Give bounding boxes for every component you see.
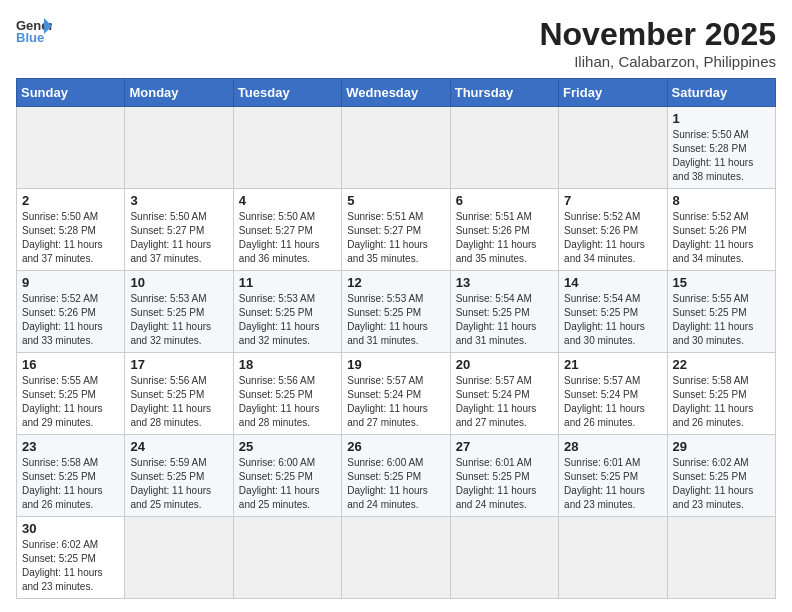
day-number: 2 [22,193,119,208]
day-info: Sunrise: 5:50 AMSunset: 5:28 PMDaylight:… [673,128,770,184]
day-number: 17 [130,357,227,372]
day-info: Sunrise: 5:52 AMSunset: 5:26 PMDaylight:… [564,210,661,266]
day-number: 19 [347,357,444,372]
day-number: 26 [347,439,444,454]
day-number: 15 [673,275,770,290]
day-info: Sunrise: 5:53 AMSunset: 5:25 PMDaylight:… [347,292,444,348]
calendar-cell: 23Sunrise: 5:58 AMSunset: 5:25 PMDayligh… [17,435,125,517]
calendar-cell [450,107,558,189]
day-info: Sunrise: 5:57 AMSunset: 5:24 PMDaylight:… [564,374,661,430]
calendar-cell: 14Sunrise: 5:54 AMSunset: 5:25 PMDayligh… [559,271,667,353]
calendar-week-row: 9Sunrise: 5:52 AMSunset: 5:26 PMDaylight… [17,271,776,353]
calendar-week-row: 23Sunrise: 5:58 AMSunset: 5:25 PMDayligh… [17,435,776,517]
day-info: Sunrise: 5:50 AMSunset: 5:27 PMDaylight:… [239,210,336,266]
calendar-week-row: 16Sunrise: 5:55 AMSunset: 5:25 PMDayligh… [17,353,776,435]
weekday-header: Sunday [17,79,125,107]
day-info: Sunrise: 5:54 AMSunset: 5:25 PMDaylight:… [564,292,661,348]
weekday-header: Monday [125,79,233,107]
day-number: 9 [22,275,119,290]
calendar-cell [233,107,341,189]
page-title: November 2025 [539,16,776,53]
calendar-cell [559,517,667,599]
calendar-cell: 20Sunrise: 5:57 AMSunset: 5:24 PMDayligh… [450,353,558,435]
day-info: Sunrise: 5:58 AMSunset: 5:25 PMDaylight:… [22,456,119,512]
day-info: Sunrise: 6:02 AMSunset: 5:25 PMDaylight:… [673,456,770,512]
calendar-cell [667,517,775,599]
day-number: 24 [130,439,227,454]
calendar-cell: 16Sunrise: 5:55 AMSunset: 5:25 PMDayligh… [17,353,125,435]
day-info: Sunrise: 6:00 AMSunset: 5:25 PMDaylight:… [239,456,336,512]
weekday-header: Tuesday [233,79,341,107]
day-number: 6 [456,193,553,208]
calendar-week-row: 30Sunrise: 6:02 AMSunset: 5:25 PMDayligh… [17,517,776,599]
calendar-cell [125,517,233,599]
day-number: 10 [130,275,227,290]
calendar-cell [559,107,667,189]
day-number: 1 [673,111,770,126]
day-number: 3 [130,193,227,208]
calendar-table: SundayMondayTuesdayWednesdayThursdayFrid… [16,78,776,599]
page-header: General Blue November 2025 Ilihan, Calab… [16,16,776,70]
calendar-cell: 1Sunrise: 5:50 AMSunset: 5:28 PMDaylight… [667,107,775,189]
day-number: 18 [239,357,336,372]
calendar-cell: 11Sunrise: 5:53 AMSunset: 5:25 PMDayligh… [233,271,341,353]
weekday-header: Saturday [667,79,775,107]
calendar-cell [342,517,450,599]
day-number: 29 [673,439,770,454]
day-number: 7 [564,193,661,208]
calendar-cell: 28Sunrise: 6:01 AMSunset: 5:25 PMDayligh… [559,435,667,517]
title-block: November 2025 Ilihan, Calabarzon, Philip… [539,16,776,70]
calendar-week-row: 1Sunrise: 5:50 AMSunset: 5:28 PMDaylight… [17,107,776,189]
day-number: 14 [564,275,661,290]
calendar-cell: 18Sunrise: 5:56 AMSunset: 5:25 PMDayligh… [233,353,341,435]
day-info: Sunrise: 6:01 AMSunset: 5:25 PMDaylight:… [456,456,553,512]
day-number: 28 [564,439,661,454]
calendar-cell [125,107,233,189]
calendar-cell: 7Sunrise: 5:52 AMSunset: 5:26 PMDaylight… [559,189,667,271]
day-info: Sunrise: 6:00 AMSunset: 5:25 PMDaylight:… [347,456,444,512]
calendar-cell: 29Sunrise: 6:02 AMSunset: 5:25 PMDayligh… [667,435,775,517]
calendar-cell: 22Sunrise: 5:58 AMSunset: 5:25 PMDayligh… [667,353,775,435]
day-info: Sunrise: 5:51 AMSunset: 5:27 PMDaylight:… [347,210,444,266]
day-number: 27 [456,439,553,454]
svg-text:Blue: Blue [16,30,44,44]
day-info: Sunrise: 5:50 AMSunset: 5:28 PMDaylight:… [22,210,119,266]
calendar-week-row: 2Sunrise: 5:50 AMSunset: 5:28 PMDaylight… [17,189,776,271]
calendar-cell: 24Sunrise: 5:59 AMSunset: 5:25 PMDayligh… [125,435,233,517]
day-number: 22 [673,357,770,372]
day-number: 4 [239,193,336,208]
day-number: 25 [239,439,336,454]
weekday-header: Wednesday [342,79,450,107]
calendar-cell: 12Sunrise: 5:53 AMSunset: 5:25 PMDayligh… [342,271,450,353]
day-info: Sunrise: 5:54 AMSunset: 5:25 PMDaylight:… [456,292,553,348]
day-info: Sunrise: 5:55 AMSunset: 5:25 PMDaylight:… [22,374,119,430]
day-number: 13 [456,275,553,290]
day-info: Sunrise: 6:01 AMSunset: 5:25 PMDaylight:… [564,456,661,512]
day-info: Sunrise: 5:58 AMSunset: 5:25 PMDaylight:… [673,374,770,430]
day-info: Sunrise: 5:57 AMSunset: 5:24 PMDaylight:… [456,374,553,430]
page-subtitle: Ilihan, Calabarzon, Philippines [539,53,776,70]
day-number: 23 [22,439,119,454]
calendar-cell: 13Sunrise: 5:54 AMSunset: 5:25 PMDayligh… [450,271,558,353]
day-number: 30 [22,521,119,536]
calendar-cell: 8Sunrise: 5:52 AMSunset: 5:26 PMDaylight… [667,189,775,271]
calendar-cell [342,107,450,189]
calendar-cell: 26Sunrise: 6:00 AMSunset: 5:25 PMDayligh… [342,435,450,517]
weekday-row: SundayMondayTuesdayWednesdayThursdayFrid… [17,79,776,107]
calendar-cell: 4Sunrise: 5:50 AMSunset: 5:27 PMDaylight… [233,189,341,271]
calendar-cell: 21Sunrise: 5:57 AMSunset: 5:24 PMDayligh… [559,353,667,435]
calendar-cell [450,517,558,599]
day-info: Sunrise: 5:50 AMSunset: 5:27 PMDaylight:… [130,210,227,266]
calendar-cell: 19Sunrise: 5:57 AMSunset: 5:24 PMDayligh… [342,353,450,435]
day-info: Sunrise: 5:52 AMSunset: 5:26 PMDaylight:… [22,292,119,348]
day-info: Sunrise: 5:53 AMSunset: 5:25 PMDaylight:… [239,292,336,348]
calendar-cell: 9Sunrise: 5:52 AMSunset: 5:26 PMDaylight… [17,271,125,353]
day-number: 16 [22,357,119,372]
calendar-cell: 5Sunrise: 5:51 AMSunset: 5:27 PMDaylight… [342,189,450,271]
day-number: 8 [673,193,770,208]
day-info: Sunrise: 5:56 AMSunset: 5:25 PMDaylight:… [130,374,227,430]
day-info: Sunrise: 5:56 AMSunset: 5:25 PMDaylight:… [239,374,336,430]
calendar-cell: 15Sunrise: 5:55 AMSunset: 5:25 PMDayligh… [667,271,775,353]
logo-icon: General Blue [16,16,52,44]
weekday-header: Thursday [450,79,558,107]
